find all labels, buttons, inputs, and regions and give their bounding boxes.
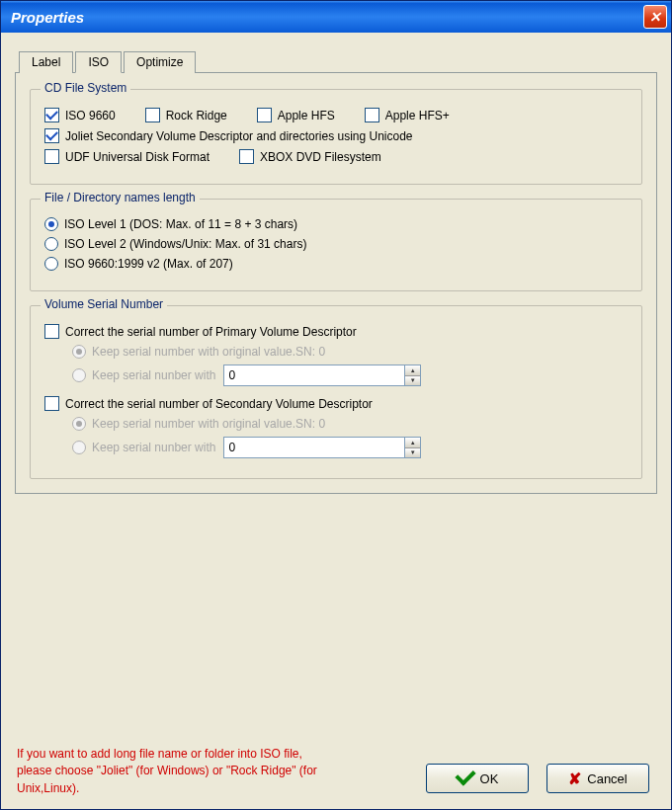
tab-optimize[interactable]: Optimize (124, 51, 196, 73)
ok-button[interactable]: OK (426, 764, 529, 793)
group-name-length: File / Directory names length ISO Level … (30, 199, 642, 291)
tab-iso[interactable]: ISO (75, 51, 122, 73)
spinner-up-icon[interactable]: ▲ (405, 365, 421, 376)
close-button[interactable]: ✕ (643, 5, 667, 29)
tab-bar: Label ISO Optimize (19, 50, 657, 72)
spinner-buttons: ▲ ▼ (404, 438, 421, 457)
spinner-input[interactable] (224, 365, 403, 385)
radio-icon (72, 345, 86, 359)
radio-keep-with-primary: Keep serial nunber with (72, 368, 215, 382)
radio-icon (44, 217, 58, 231)
tab-label[interactable]: Label (19, 51, 73, 73)
checkbox-label: ISO 9660 (65, 109, 116, 122)
check-icon (44, 108, 59, 122)
dialog-buttons: OK ✘ Cancel (426, 764, 649, 793)
radio-label: ISO Level 1 (DOS: Max. of 11 = 8 + 3 cha… (64, 217, 297, 231)
checkbox-label: Rock Ridge (166, 109, 227, 122)
checkbox-label: Apple HFS (278, 109, 335, 122)
cancel-label: Cancel (587, 771, 627, 786)
spinner-down-icon[interactable]: ▼ (405, 376, 421, 386)
checkbox-correct-secondary[interactable]: Correct the serial number of Secondary V… (44, 396, 373, 411)
spinner-primary-sn[interactable]: ▲ ▼ (223, 364, 421, 386)
group-title-len: File / Directory names length (41, 191, 200, 204)
radio-label: ISO Level 2 (Windows/Unix: Max. of 31 ch… (64, 237, 306, 251)
checkbox-applehfs[interactable]: Apple HFS (257, 108, 335, 122)
spinner-input[interactable] (224, 438, 403, 457)
group-title-fs: CD File System (41, 81, 130, 95)
radio-label: Keep serial nunber with (92, 441, 215, 454)
spinner-up-icon[interactable]: ▲ (405, 438, 421, 448)
checkbox-label: XBOX DVD Filesystem (260, 150, 381, 164)
titlebar: Properties ✕ (1, 1, 671, 33)
hint-text: If you want to add long file name or fol… (17, 746, 323, 797)
spinner-down-icon[interactable]: ▼ (405, 448, 421, 458)
check-icon (257, 108, 272, 122)
radio-icon (44, 237, 58, 251)
checkbox-joliet[interactable]: Joliet Secondary Volume Descriptor and d… (44, 128, 413, 143)
close-icon: ✕ (649, 9, 661, 25)
group-cd-file-system: CD File System ISO 9660 Rock Ridge Apple… (30, 89, 642, 185)
check-icon (44, 128, 59, 143)
radio-icon (44, 257, 58, 271)
check-icon (239, 149, 254, 164)
radio-iso-9660-1999[interactable]: ISO 9660:1999 v2 (Max. of 207) (44, 257, 233, 271)
checkbox-xbox[interactable]: XBOX DVD Filesystem (239, 149, 381, 164)
radio-keep-original-secondary: Keep serial number with original value.S… (72, 417, 325, 431)
radio-keep-original-primary: Keep serial number with original value.S… (72, 345, 325, 359)
checkmark-icon (457, 770, 474, 788)
group-volume-serial: Volume Serial Number Correct the serial … (30, 305, 642, 479)
radio-iso-level-1[interactable]: ISO Level 1 (DOS: Max. of 11 = 8 + 3 cha… (44, 217, 297, 231)
check-icon (44, 396, 59, 411)
cross-icon: ✘ (568, 770, 581, 788)
checkbox-applehfsplus[interactable]: Apple HFS+ (365, 108, 450, 122)
checkbox-udf[interactable]: UDF Universal Disk Format (44, 149, 210, 164)
radio-label: Keep serial number with original value.S… (92, 417, 325, 431)
ok-label: OK (480, 771, 499, 786)
radio-icon (72, 368, 86, 382)
check-icon (44, 149, 59, 164)
radio-label: Keep serial number with original value.S… (92, 345, 325, 359)
checkbox-label: Correct the serial number of Secondary V… (65, 397, 373, 411)
check-icon (44, 324, 59, 339)
spinner-buttons: ▲ ▼ (404, 365, 421, 385)
check-icon (145, 108, 160, 122)
checkbox-label: Joliet Secondary Volume Descriptor and d… (65, 129, 413, 143)
group-title-vsn: Volume Serial Number (41, 297, 167, 311)
checkbox-iso9660[interactable]: ISO 9660 (44, 108, 116, 122)
check-icon (365, 108, 379, 122)
radio-label: Keep serial nunber with (92, 368, 215, 382)
radio-icon (72, 441, 86, 454)
radio-icon (72, 417, 86, 431)
checkbox-label: UDF Universal Disk Format (65, 150, 210, 164)
checkbox-correct-primary[interactable]: Correct the serial number of Primary Vol… (44, 324, 357, 339)
content-area: Label ISO Optimize CD File System ISO 96… (1, 33, 671, 809)
properties-window: Properties ✕ Label ISO Optimize CD File … (0, 0, 672, 810)
checkbox-rockridge[interactable]: Rock Ridge (145, 108, 227, 122)
window-title: Properties (11, 9, 84, 26)
checkbox-label: Apple HFS+ (385, 109, 450, 122)
spinner-secondary-sn[interactable]: ▲ ▼ (223, 437, 421, 458)
radio-label: ISO 9660:1999 v2 (Max. of 207) (64, 257, 233, 271)
cancel-button[interactable]: ✘ Cancel (546, 764, 649, 793)
radio-iso-level-2[interactable]: ISO Level 2 (Windows/Unix: Max. of 31 ch… (44, 237, 306, 251)
tab-panel-iso: CD File System ISO 9660 Rock Ridge Apple… (15, 72, 657, 494)
checkbox-label: Correct the serial number of Primary Vol… (65, 325, 357, 339)
radio-keep-with-secondary: Keep serial nunber with (72, 441, 215, 454)
